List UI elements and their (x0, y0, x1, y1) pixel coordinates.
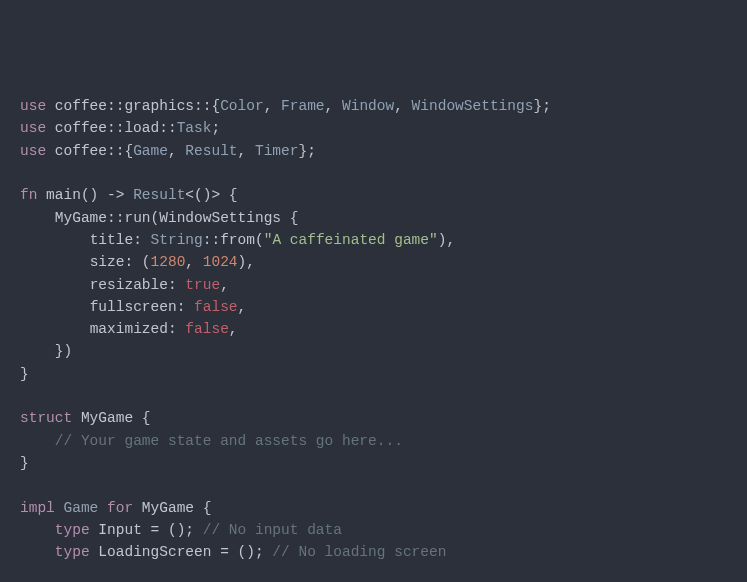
line: use coffee::graphics::{Color, Frame, Win… (20, 98, 551, 114)
keyword-type: type (55, 522, 90, 538)
number-literal: 1280 (151, 254, 186, 270)
bool-literal: false (194, 299, 238, 315)
keyword-type: type (55, 544, 90, 560)
line: use coffee::{Game, Result, Timer}; (20, 143, 316, 159)
comment: // No input data (203, 522, 342, 538)
line: type LoadingScreen = (); // No loading s… (20, 544, 446, 560)
line: MyGame::run(WindowSettings { (20, 210, 298, 226)
line: fn main() -> Result<()> { (20, 187, 238, 203)
line: struct MyGame { (20, 410, 151, 426)
keyword-use: use (20, 98, 46, 114)
line: type Input = (); // No input data (20, 522, 342, 538)
keyword-for: for (107, 500, 133, 516)
line: impl Game for MyGame { (20, 500, 211, 516)
line: use coffee::load::Task; (20, 120, 220, 136)
line: } (20, 366, 29, 382)
line: size: (1280, 1024), (20, 254, 255, 270)
comment: // No loading screen (272, 544, 446, 560)
bool-literal: false (185, 321, 229, 337)
code-block: use coffee::graphics::{Color, Frame, Win… (20, 95, 727, 582)
comment: // Your game state and assets go here... (55, 433, 403, 449)
keyword-use: use (20, 120, 46, 136)
keyword-impl: impl (20, 500, 55, 516)
keyword-struct: struct (20, 410, 72, 426)
line: fullscreen: false, (20, 299, 246, 315)
string-literal: "A caffeinated game" (264, 232, 438, 248)
line: maximized: false, (20, 321, 238, 337)
keyword-use: use (20, 143, 46, 159)
line: }) (20, 343, 72, 359)
number-literal: 1024 (203, 254, 238, 270)
line: } (20, 455, 29, 471)
line: // Your game state and assets go here... (20, 433, 403, 449)
keyword-fn: fn (20, 187, 37, 203)
line: title: String::from("A caffeinated game"… (20, 232, 455, 248)
line: resizable: true, (20, 277, 229, 293)
bool-literal: true (185, 277, 220, 293)
